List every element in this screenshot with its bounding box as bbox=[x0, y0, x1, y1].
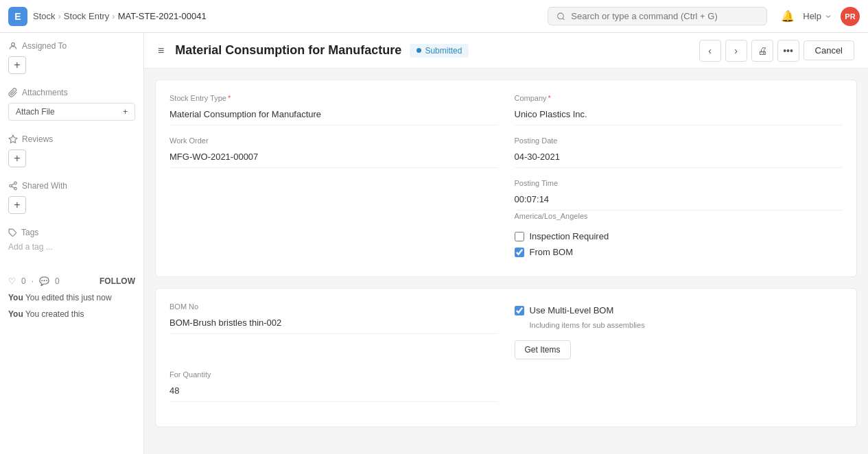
work-order-label: Work Order bbox=[169, 136, 498, 145]
svg-point-4 bbox=[14, 182, 17, 184]
shared-with-add-button[interactable]: + bbox=[8, 196, 26, 214]
main-layout: ≡ Material Consumption for Manufacture S… bbox=[0, 33, 868, 454]
bom-no-value: BOM-Brush bristles thin-002 bbox=[169, 313, 498, 334]
sidebar-toggle-icon[interactable]: ≡ bbox=[158, 45, 164, 57]
work-order-group: Work Order MFG-WO-2021-00007 bbox=[169, 136, 498, 168]
empty-group bbox=[169, 179, 498, 220]
page-header: ≡ Material Consumption for Manufacture S… bbox=[144, 33, 868, 69]
breadcrumb-current: MAT-STE-2021-00041 bbox=[118, 11, 207, 21]
inspection-required-label: Inspection Required bbox=[530, 231, 609, 241]
likes-comments-row: ♡ 0 · 💬 0 FOLLOW bbox=[8, 276, 135, 286]
dot-separator: · bbox=[32, 276, 34, 286]
attach-file-button[interactable]: Attach File + bbox=[8, 103, 135, 121]
status-dot bbox=[417, 48, 421, 53]
tags-title-row: Tags bbox=[8, 228, 135, 237]
header-actions: ‹ › 🖨 ••• Cancel bbox=[699, 40, 854, 62]
use-multi-level-bom-label: Use Multi-Level BOM bbox=[530, 305, 614, 315]
prev-button[interactable]: ‹ bbox=[699, 40, 721, 62]
cancel-button[interactable]: Cancel bbox=[804, 40, 854, 60]
attach-file-label: Attach File bbox=[16, 107, 55, 117]
inspection-required-checkbox[interactable] bbox=[515, 232, 524, 241]
avatar[interactable]: PR bbox=[841, 7, 860, 26]
help-button[interactable]: Help bbox=[803, 11, 832, 21]
content-area: ≡ Material Consumption for Manufacture S… bbox=[144, 33, 868, 454]
search-icon bbox=[556, 12, 565, 21]
assigned-to-title: Assigned To bbox=[8, 41, 135, 51]
use-multi-level-bom-row: Use Multi-Level BOM bbox=[515, 305, 843, 315]
shared-with-section: Shared With + bbox=[8, 181, 135, 214]
search-input[interactable] bbox=[571, 11, 758, 21]
required-star: * bbox=[228, 94, 231, 102]
tags-section: Tags Add a tag ... bbox=[8, 228, 135, 252]
more-button[interactable]: ••• bbox=[777, 40, 799, 62]
svg-line-7 bbox=[12, 187, 14, 188]
comment-icon: 💬 bbox=[39, 276, 49, 286]
empty-group-2 bbox=[515, 370, 843, 402]
form-row-1: Stock Entry Type * Material Consumption … bbox=[169, 94, 843, 126]
status-badge: Submitted bbox=[410, 44, 469, 58]
company-required-star: * bbox=[548, 94, 551, 102]
follow-button[interactable]: FOLLOW bbox=[99, 276, 135, 286]
star-icon bbox=[8, 134, 18, 144]
svg-point-0 bbox=[558, 13, 564, 19]
heart-icon: ♡ bbox=[8, 276, 16, 286]
search-bar[interactable] bbox=[548, 7, 767, 25]
from-bom-label: From BOM bbox=[530, 247, 574, 257]
tags-label: Tags bbox=[21, 228, 38, 237]
svg-point-5 bbox=[10, 184, 12, 187]
form-row-quantity: For Quantity 48 bbox=[169, 370, 843, 402]
use-multi-level-bom-checkbox[interactable] bbox=[515, 306, 524, 315]
from-bom-row: From BOM bbox=[515, 247, 843, 257]
app-logo[interactable]: E bbox=[8, 7, 27, 26]
work-order-value: MFG-WO-2021-00007 bbox=[169, 147, 498, 168]
breadcrumb-stock-entry[interactable]: Stock Entry bbox=[64, 11, 109, 21]
activity-1: You You edited this just now bbox=[8, 291, 135, 304]
posting-time-group: Posting Time 00:07:14 America/Los_Angele… bbox=[515, 179, 843, 220]
reviews-add-button[interactable]: + bbox=[8, 150, 26, 167]
reviews-title: Reviews bbox=[8, 134, 135, 144]
svg-point-2 bbox=[12, 43, 15, 46]
company-group: Company * Unico Plastics Inc. bbox=[515, 94, 843, 126]
activity-2: You You created this bbox=[8, 308, 135, 320]
timezone-label: America/Los_Angeles bbox=[515, 212, 843, 220]
form-card-1: Stock Entry Type * Material Consumption … bbox=[155, 80, 857, 277]
bom-no-label: BOM No bbox=[169, 302, 498, 311]
attach-plus-icon: + bbox=[123, 107, 128, 117]
posting-time-value: 00:07:14 bbox=[515, 190, 843, 211]
inspection-required-row: Inspection Required bbox=[515, 231, 843, 241]
attachments-title: Attachments bbox=[8, 88, 135, 97]
posting-date-value: 04-30-2021 bbox=[515, 147, 843, 168]
add-tag-button[interactable]: Add a tag ... bbox=[8, 242, 53, 252]
next-button[interactable]: › bbox=[725, 40, 747, 62]
sidebar: Assigned To + Attachments Attach File + … bbox=[0, 33, 144, 454]
breadcrumb-stock[interactable]: Stock bbox=[33, 11, 56, 21]
print-button[interactable]: 🖨 bbox=[751, 40, 773, 62]
posting-date-label: Posting Date bbox=[515, 136, 843, 145]
for-quantity-group: For Quantity 48 bbox=[169, 370, 498, 402]
for-quantity-label: For Quantity bbox=[169, 370, 498, 379]
svg-point-6 bbox=[14, 187, 17, 190]
multi-level-bom-group: Use Multi-Level BOM Including items for … bbox=[515, 302, 843, 359]
chevron-down-icon bbox=[824, 12, 832, 21]
page-title: Material Consumption for Manufacture bbox=[175, 43, 401, 58]
likes-count: 0 bbox=[21, 276, 26, 286]
person-icon bbox=[8, 41, 18, 51]
share-icon bbox=[8, 181, 18, 191]
for-quantity-value: 48 bbox=[169, 381, 498, 402]
attachments-section: Attachments Attach File + bbox=[8, 88, 135, 121]
svg-line-8 bbox=[12, 184, 14, 185]
posting-date-group: Posting Date 04-30-2021 bbox=[515, 136, 843, 168]
get-items-button[interactable]: Get Items bbox=[515, 340, 571, 359]
from-bom-checkbox[interactable] bbox=[515, 248, 524, 257]
notification-bell-icon[interactable]: 🔔 bbox=[781, 10, 795, 23]
stock-entry-type-value: Material Consumption for Manufacture bbox=[169, 105, 498, 126]
assigned-to-section: Assigned To + bbox=[8, 41, 135, 74]
reviews-section: Reviews + bbox=[8, 134, 135, 167]
stock-entry-type-group: Stock Entry Type * Material Consumption … bbox=[169, 94, 498, 126]
company-label: Company * bbox=[515, 94, 843, 102]
form-row-2: Work Order MFG-WO-2021-00007 Posting Dat… bbox=[169, 136, 843, 168]
comments-count: 0 bbox=[55, 276, 60, 286]
form-row-bom: BOM No BOM-Brush bristles thin-002 Use M… bbox=[169, 302, 843, 359]
assigned-to-add-button[interactable]: + bbox=[8, 56, 26, 74]
posting-time-label: Posting Time bbox=[515, 179, 843, 187]
